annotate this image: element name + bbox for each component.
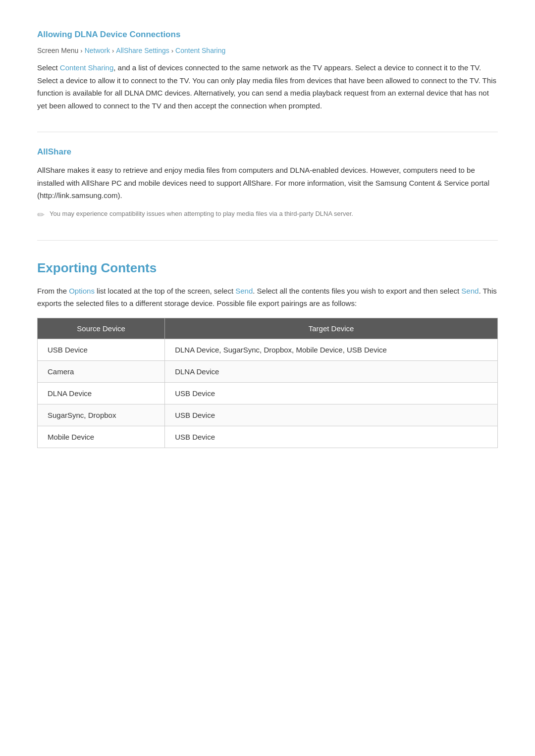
allshare-section: AllShare AllShare makes it easy to retri… bbox=[37, 147, 498, 220]
target-mobile: USB Device bbox=[165, 426, 498, 448]
target-usb: DLNA Device, SugarSync, Dropbox, Mobile … bbox=[165, 339, 498, 360]
target-camera: DLNA Device bbox=[165, 360, 498, 382]
source-camera: Camera bbox=[38, 360, 165, 382]
table-header-target: Target Device bbox=[165, 318, 498, 339]
dlna-body-text: Select Content Sharing, and a list of de… bbox=[37, 61, 498, 112]
send-link-2[interactable]: Send bbox=[461, 287, 479, 295]
breadcrumb-content-sharing[interactable]: Content Sharing bbox=[175, 47, 225, 54]
source-mobile: Mobile Device bbox=[38, 426, 165, 448]
content-sharing-link[interactable]: Content Sharing bbox=[60, 63, 113, 72]
source-sugarsync: SugarSync, Dropbox bbox=[38, 404, 165, 426]
breadcrumb-sep3: › bbox=[171, 47, 173, 54]
target-sugarsync: USB Device bbox=[165, 404, 498, 426]
table-row: SugarSync, Dropbox USB Device bbox=[38, 404, 498, 426]
note-icon: ✏ bbox=[37, 209, 45, 220]
table-header-source: Source Device bbox=[38, 318, 165, 339]
breadcrumb-sep1: › bbox=[80, 47, 82, 54]
allshare-title: AllShare bbox=[37, 147, 498, 157]
breadcrumb-screen-menu: Screen Menu bbox=[37, 47, 78, 54]
note-box: ✏ You may experience compatibility issue… bbox=[37, 209, 498, 220]
breadcrumb-allshare-settings[interactable]: AllShare Settings bbox=[116, 47, 169, 54]
table-row: Camera DLNA Device bbox=[38, 360, 498, 382]
table-row: USB Device DLNA Device, SugarSync, Dropb… bbox=[38, 339, 498, 360]
source-dlna: DLNA Device bbox=[38, 382, 165, 404]
send-link-1[interactable]: Send bbox=[235, 287, 253, 295]
table-row: Mobile Device USB Device bbox=[38, 426, 498, 448]
exporting-body-text: From the Options list located at the top… bbox=[37, 285, 498, 310]
allshare-body-text: AllShare makes it easy to retrieve and e… bbox=[37, 164, 498, 202]
breadcrumb-network[interactable]: Network bbox=[85, 47, 110, 54]
export-table: Source Device Target Device USB Device D… bbox=[37, 318, 498, 448]
dlna-section: Allowing DLNA Device Connections Screen … bbox=[37, 30, 498, 112]
breadcrumb-sep2: › bbox=[112, 47, 114, 54]
exporting-section: Exporting Contents From the Options list… bbox=[37, 255, 498, 448]
source-usb: USB Device bbox=[38, 339, 165, 360]
note-text: You may experience compatibility issues … bbox=[50, 209, 353, 219]
table-row: DLNA Device USB Device bbox=[38, 382, 498, 404]
breadcrumb: Screen Menu › Network › AllShare Setting… bbox=[37, 47, 498, 54]
target-dlna: USB Device bbox=[165, 382, 498, 404]
dlna-title: Allowing DLNA Device Connections bbox=[37, 30, 498, 40]
exporting-title: Exporting Contents bbox=[37, 255, 498, 276]
divider-2 bbox=[37, 240, 498, 241]
options-link[interactable]: Options bbox=[69, 287, 95, 295]
divider-1 bbox=[37, 132, 498, 132]
